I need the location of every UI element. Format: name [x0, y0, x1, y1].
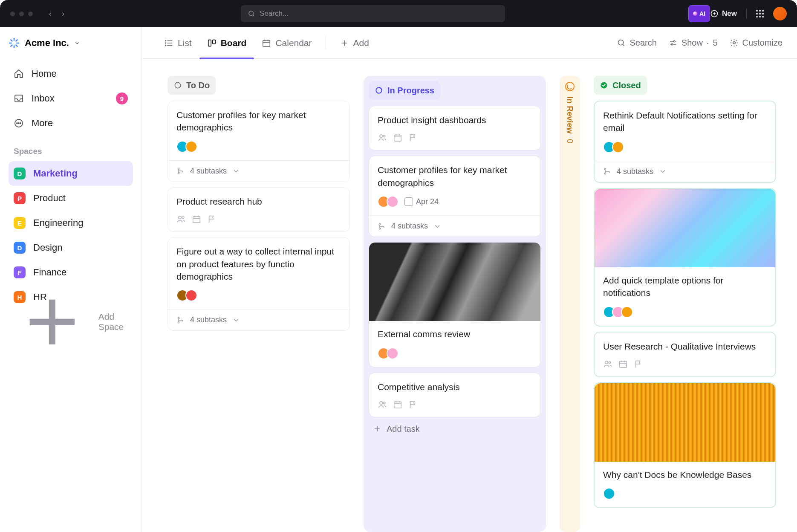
column-header-progress[interactable]: In Progress — [369, 81, 440, 100]
flag-icon[interactable] — [408, 400, 418, 409]
due-date[interactable]: Apr 24 — [404, 197, 439, 206]
column-progress-label: In Progress — [387, 86, 434, 95]
assignees[interactable] — [378, 347, 398, 359]
svg-point-30 — [380, 402, 382, 404]
avatar — [387, 347, 398, 359]
assignees[interactable] — [603, 488, 615, 500]
task-card[interactable]: Why can't Docs be Knowledge Bases — [594, 382, 776, 508]
space-badge-icon: P — [14, 192, 26, 204]
assignee-icon[interactable] — [378, 400, 387, 409]
apps-icon[interactable] — [756, 10, 764, 17]
subtasks-row[interactable]: 4 subtasks — [168, 309, 349, 330]
view-toolbar: List Board Calendar Add Search — [142, 27, 797, 59]
divider — [746, 9, 747, 19]
min-dot[interactable] — [19, 12, 24, 16]
card-title: Why can't Docs be Knowledge Bases — [603, 468, 767, 481]
close-dot[interactable] — [10, 12, 15, 16]
chevron-down-icon — [658, 167, 667, 176]
window-chrome: ‹ › Search... AI New — [0, 0, 797, 27]
subtasks-row[interactable]: 4 subtasks — [595, 161, 775, 182]
max-dot[interactable] — [28, 12, 33, 16]
tab-calendar[interactable]: Calendar — [254, 27, 319, 59]
card-title: Add quick template options for notificat… — [603, 274, 767, 299]
user-avatar[interactable] — [773, 7, 787, 20]
task-card[interactable]: Customer profiles for key market demogra… — [167, 101, 350, 182]
add-task-button[interactable]: Add task — [369, 417, 541, 441]
card-meta — [176, 289, 341, 301]
task-card[interactable]: External comms review — [369, 242, 541, 367]
task-card[interactable]: Customer profiles for key market demogra… — [369, 156, 541, 237]
sidebar-space-marketing[interactable]: DMarketing — [9, 161, 133, 186]
global-search[interactable]: Search... — [241, 5, 505, 22]
column-review-collapsed[interactable]: In Review 0 — [560, 76, 580, 532]
task-card[interactable]: Product insight dashboards — [369, 106, 541, 150]
assignees[interactable] — [603, 306, 633, 318]
assignee-icon[interactable] — [603, 359, 612, 369]
back-button[interactable]: ‹ — [49, 9, 52, 18]
svg-rect-27 — [394, 135, 401, 142]
column-header-todo[interactable]: To Do — [167, 76, 216, 95]
assignee-icon[interactable] — [176, 214, 186, 224]
flag-icon[interactable] — [634, 359, 643, 369]
svg-point-34 — [604, 169, 606, 170]
sidebar-space-finance[interactable]: FFinance — [9, 260, 133, 285]
subtasks-row[interactable]: 4 subtasks — [168, 160, 349, 182]
task-card[interactable]: Competitive analysis — [369, 373, 541, 417]
date-icon[interactable] — [393, 133, 402, 142]
subtasks-icon — [378, 222, 386, 231]
sidebar-space-design[interactable]: DDesign — [9, 235, 133, 260]
task-card[interactable]: Rethink Default Notifications setting fo… — [594, 101, 776, 183]
assignee-icon[interactable] — [378, 133, 387, 142]
task-card[interactable]: Figure out a way to collect internal inp… — [167, 237, 350, 331]
card-cover-image — [369, 243, 540, 321]
svg-point-31 — [383, 402, 385, 404]
sidebar-space-product[interactable]: PProduct — [9, 186, 133, 211]
assignees[interactable] — [603, 141, 624, 153]
task-card[interactable]: Add quick template options for notificat… — [594, 188, 776, 327]
date-icon[interactable] — [192, 214, 201, 224]
svg-point-25 — [380, 135, 382, 138]
toolbar-customize[interactable]: Customize — [730, 38, 783, 48]
workspace-switcher[interactable]: Acme Inc. — [9, 27, 133, 59]
plus-circle-icon — [710, 9, 719, 18]
date-icon[interactable] — [393, 400, 402, 409]
history-nav: ‹ › — [49, 9, 64, 18]
sidebar-space-engineering[interactable]: EEngineering — [9, 211, 133, 235]
toolbar-customize-label: Customize — [742, 38, 783, 48]
progress-icon — [375, 86, 383, 95]
space-label: Engineering — [33, 217, 83, 228]
subtasks-row[interactable]: 4 subtasks — [369, 215, 540, 237]
svg-point-8 — [165, 45, 166, 46]
add-space-button[interactable]: Add Space — [9, 309, 133, 334]
tab-add[interactable]: Add — [332, 27, 377, 59]
column-closed-label: Closed — [612, 81, 641, 90]
nav-inbox[interactable]: Inbox 9 — [9, 86, 133, 111]
flag-icon[interactable] — [408, 133, 418, 142]
svg-point-16 — [175, 82, 180, 88]
nav-more[interactable]: More — [9, 111, 133, 136]
assignees[interactable] — [176, 289, 197, 301]
toolbar-search[interactable]: Search — [617, 38, 656, 48]
assignees[interactable] — [378, 196, 398, 208]
ai-button[interactable]: AI — [688, 5, 710, 22]
column-header-closed[interactable]: Closed — [594, 76, 647, 95]
tab-board[interactable]: Board — [199, 27, 254, 59]
dot: · — [707, 38, 709, 48]
assignees[interactable] — [176, 141, 197, 153]
new-button[interactable]: New — [710, 9, 737, 18]
svg-point-23 — [178, 321, 179, 323]
date-icon[interactable] — [618, 359, 628, 369]
nav-home-label: Home — [32, 68, 57, 79]
task-card[interactable]: Product research hub — [167, 187, 350, 232]
card-meta — [378, 133, 532, 142]
subtasks-label: 4 subtasks — [617, 167, 653, 176]
task-card[interactable]: User Research - Qualitative Interviews — [594, 332, 776, 377]
tab-list[interactable]: List — [156, 27, 199, 59]
card-meta: Apr 24 — [378, 196, 532, 208]
space-badge-icon: D — [14, 242, 26, 254]
nav-home[interactable]: Home — [9, 61, 133, 86]
review-icon — [565, 82, 575, 91]
review-label: In Review — [565, 96, 575, 134]
flag-icon[interactable] — [207, 214, 217, 224]
toolbar-show[interactable]: Show · 5 — [669, 38, 718, 48]
